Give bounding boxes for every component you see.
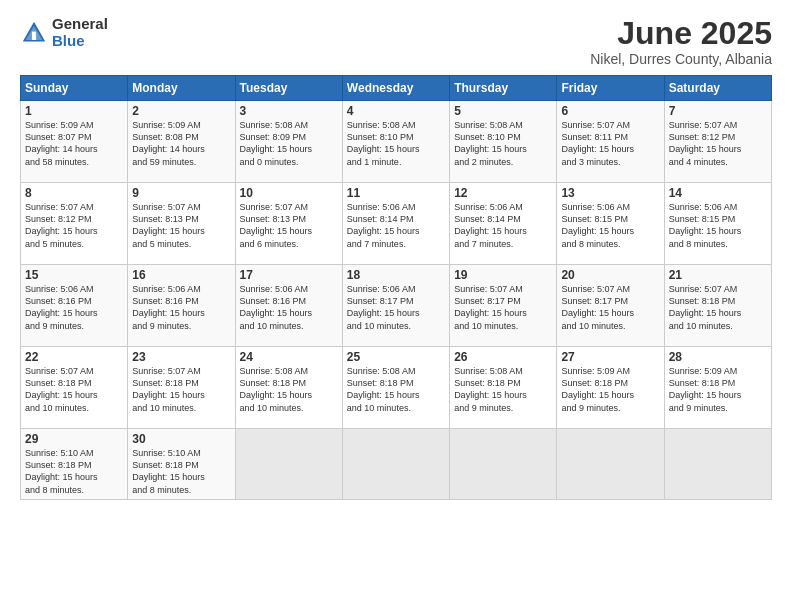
table-row: 4Sunrise: 5:08 AM Sunset: 8:10 PM Daylig… xyxy=(342,101,449,183)
table-row: 24Sunrise: 5:08 AM Sunset: 8:18 PM Dayli… xyxy=(235,347,342,429)
day-number: 23 xyxy=(132,350,230,364)
day-number: 25 xyxy=(347,350,445,364)
table-row xyxy=(235,429,342,500)
day-number: 14 xyxy=(669,186,767,200)
table-row: 8Sunrise: 5:07 AM Sunset: 8:12 PM Daylig… xyxy=(21,183,128,265)
logo-blue-label: Blue xyxy=(52,33,108,50)
table-row: 18Sunrise: 5:06 AM Sunset: 8:17 PM Dayli… xyxy=(342,265,449,347)
day-number: 17 xyxy=(240,268,338,282)
day-number: 12 xyxy=(454,186,552,200)
day-number: 20 xyxy=(561,268,659,282)
table-row: 10Sunrise: 5:07 AM Sunset: 8:13 PM Dayli… xyxy=(235,183,342,265)
day-number: 19 xyxy=(454,268,552,282)
day-number: 5 xyxy=(454,104,552,118)
col-friday: Friday xyxy=(557,76,664,101)
day-info: Sunrise: 5:10 AM Sunset: 8:18 PM Dayligh… xyxy=(132,447,230,496)
day-info: Sunrise: 5:09 AM Sunset: 8:08 PM Dayligh… xyxy=(132,119,230,168)
calendar-table: Sunday Monday Tuesday Wednesday Thursday… xyxy=(20,75,772,500)
day-info: Sunrise: 5:07 AM Sunset: 8:17 PM Dayligh… xyxy=(561,283,659,332)
table-row: 20Sunrise: 5:07 AM Sunset: 8:17 PM Dayli… xyxy=(557,265,664,347)
day-info: Sunrise: 5:06 AM Sunset: 8:16 PM Dayligh… xyxy=(132,283,230,332)
day-number: 22 xyxy=(25,350,123,364)
table-row: 25Sunrise: 5:08 AM Sunset: 8:18 PM Dayli… xyxy=(342,347,449,429)
logo: General Blue xyxy=(20,16,108,49)
day-info: Sunrise: 5:06 AM Sunset: 8:15 PM Dayligh… xyxy=(561,201,659,250)
day-info: Sunrise: 5:07 AM Sunset: 8:13 PM Dayligh… xyxy=(132,201,230,250)
day-number: 13 xyxy=(561,186,659,200)
day-number: 6 xyxy=(561,104,659,118)
month-title: June 2025 xyxy=(590,16,772,51)
col-wednesday: Wednesday xyxy=(342,76,449,101)
day-info: Sunrise: 5:07 AM Sunset: 8:12 PM Dayligh… xyxy=(669,119,767,168)
day-number: 11 xyxy=(347,186,445,200)
day-number: 9 xyxy=(132,186,230,200)
table-row: 22Sunrise: 5:07 AM Sunset: 8:18 PM Dayli… xyxy=(21,347,128,429)
day-number: 29 xyxy=(25,432,123,446)
table-row: 30Sunrise: 5:10 AM Sunset: 8:18 PM Dayli… xyxy=(128,429,235,500)
day-info: Sunrise: 5:09 AM Sunset: 8:07 PM Dayligh… xyxy=(25,119,123,168)
day-number: 24 xyxy=(240,350,338,364)
day-info: Sunrise: 5:08 AM Sunset: 8:18 PM Dayligh… xyxy=(240,365,338,414)
day-info: Sunrise: 5:08 AM Sunset: 8:09 PM Dayligh… xyxy=(240,119,338,168)
day-number: 26 xyxy=(454,350,552,364)
table-row xyxy=(664,429,771,500)
day-info: Sunrise: 5:08 AM Sunset: 8:10 PM Dayligh… xyxy=(347,119,445,168)
table-row: 7Sunrise: 5:07 AM Sunset: 8:12 PM Daylig… xyxy=(664,101,771,183)
table-row: 16Sunrise: 5:06 AM Sunset: 8:16 PM Dayli… xyxy=(128,265,235,347)
day-info: Sunrise: 5:06 AM Sunset: 8:16 PM Dayligh… xyxy=(25,283,123,332)
col-thursday: Thursday xyxy=(450,76,557,101)
table-row: 15Sunrise: 5:06 AM Sunset: 8:16 PM Dayli… xyxy=(21,265,128,347)
day-info: Sunrise: 5:08 AM Sunset: 8:18 PM Dayligh… xyxy=(347,365,445,414)
day-number: 10 xyxy=(240,186,338,200)
table-row: 1Sunrise: 5:09 AM Sunset: 8:07 PM Daylig… xyxy=(21,101,128,183)
day-number: 4 xyxy=(347,104,445,118)
logo-general-label: General xyxy=(52,16,108,33)
day-info: Sunrise: 5:06 AM Sunset: 8:15 PM Dayligh… xyxy=(669,201,767,250)
day-info: Sunrise: 5:07 AM Sunset: 8:18 PM Dayligh… xyxy=(132,365,230,414)
col-tuesday: Tuesday xyxy=(235,76,342,101)
day-number: 7 xyxy=(669,104,767,118)
day-number: 15 xyxy=(25,268,123,282)
table-row: 9Sunrise: 5:07 AM Sunset: 8:13 PM Daylig… xyxy=(128,183,235,265)
day-number: 2 xyxy=(132,104,230,118)
day-info: Sunrise: 5:06 AM Sunset: 8:16 PM Dayligh… xyxy=(240,283,338,332)
day-info: Sunrise: 5:06 AM Sunset: 8:17 PM Dayligh… xyxy=(347,283,445,332)
day-number: 3 xyxy=(240,104,338,118)
title-block: June 2025 Nikel, Durres County, Albania xyxy=(590,16,772,67)
table-row: 13Sunrise: 5:06 AM Sunset: 8:15 PM Dayli… xyxy=(557,183,664,265)
logo-icon xyxy=(20,19,48,47)
day-info: Sunrise: 5:09 AM Sunset: 8:18 PM Dayligh… xyxy=(561,365,659,414)
day-info: Sunrise: 5:07 AM Sunset: 8:18 PM Dayligh… xyxy=(669,283,767,332)
table-row: 26Sunrise: 5:08 AM Sunset: 8:18 PM Dayli… xyxy=(450,347,557,429)
col-monday: Monday xyxy=(128,76,235,101)
day-info: Sunrise: 5:07 AM Sunset: 8:18 PM Dayligh… xyxy=(25,365,123,414)
table-row: 5Sunrise: 5:08 AM Sunset: 8:10 PM Daylig… xyxy=(450,101,557,183)
table-row: 21Sunrise: 5:07 AM Sunset: 8:18 PM Dayli… xyxy=(664,265,771,347)
table-row xyxy=(450,429,557,500)
svg-rect-2 xyxy=(32,31,36,39)
table-row xyxy=(557,429,664,500)
table-row: 3Sunrise: 5:08 AM Sunset: 8:09 PM Daylig… xyxy=(235,101,342,183)
day-info: Sunrise: 5:07 AM Sunset: 8:13 PM Dayligh… xyxy=(240,201,338,250)
day-number: 8 xyxy=(25,186,123,200)
day-number: 18 xyxy=(347,268,445,282)
table-row: 27Sunrise: 5:09 AM Sunset: 8:18 PM Dayli… xyxy=(557,347,664,429)
table-row: 14Sunrise: 5:06 AM Sunset: 8:15 PM Dayli… xyxy=(664,183,771,265)
page: General Blue June 2025 Nikel, Durres Cou… xyxy=(0,0,792,612)
day-info: Sunrise: 5:09 AM Sunset: 8:18 PM Dayligh… xyxy=(669,365,767,414)
day-number: 30 xyxy=(132,432,230,446)
day-number: 27 xyxy=(561,350,659,364)
table-row: 6Sunrise: 5:07 AM Sunset: 8:11 PM Daylig… xyxy=(557,101,664,183)
table-row: 28Sunrise: 5:09 AM Sunset: 8:18 PM Dayli… xyxy=(664,347,771,429)
logo-text: General Blue xyxy=(52,16,108,49)
header: General Blue June 2025 Nikel, Durres Cou… xyxy=(20,16,772,67)
day-info: Sunrise: 5:07 AM Sunset: 8:11 PM Dayligh… xyxy=(561,119,659,168)
day-info: Sunrise: 5:06 AM Sunset: 8:14 PM Dayligh… xyxy=(454,201,552,250)
table-row xyxy=(342,429,449,500)
day-number: 1 xyxy=(25,104,123,118)
table-row: 2Sunrise: 5:09 AM Sunset: 8:08 PM Daylig… xyxy=(128,101,235,183)
table-row: 19Sunrise: 5:07 AM Sunset: 8:17 PM Dayli… xyxy=(450,265,557,347)
day-number: 28 xyxy=(669,350,767,364)
day-info: Sunrise: 5:10 AM Sunset: 8:18 PM Dayligh… xyxy=(25,447,123,496)
table-row: 29Sunrise: 5:10 AM Sunset: 8:18 PM Dayli… xyxy=(21,429,128,500)
